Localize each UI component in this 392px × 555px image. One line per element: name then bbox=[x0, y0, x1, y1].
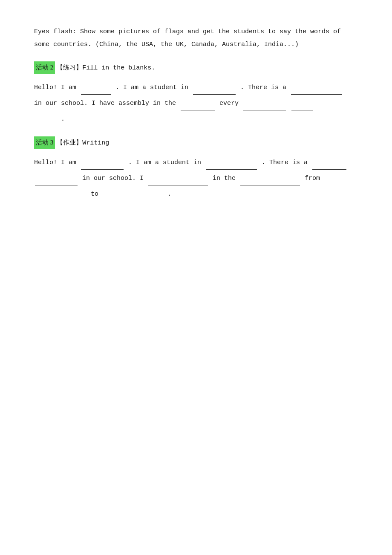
activity3-line2-pre: in our school. I bbox=[82, 175, 147, 182]
activity2-line2: in our school. I have assembly in the ev… bbox=[34, 96, 358, 110]
activity3-blank3 bbox=[312, 162, 346, 170]
activity3-blank1 bbox=[81, 162, 124, 170]
intro-paragraph: Eyes flash: Show some pictures of flags … bbox=[34, 26, 358, 51]
activity3-line2-from: from bbox=[305, 175, 320, 182]
activity3-blank2 bbox=[206, 162, 257, 170]
activity2-exercise: Hello! I am . I am a student in . There … bbox=[34, 81, 358, 126]
activity2-blank6 bbox=[291, 103, 313, 110]
activity3-line1-pre: Hello! I am bbox=[34, 159, 80, 166]
activity3-line1-mid2: . There is a bbox=[262, 159, 311, 166]
activity2-line2-every: every bbox=[219, 100, 242, 107]
activity3-blank7 bbox=[35, 194, 86, 201]
activity2-line3-period: . bbox=[61, 116, 65, 123]
activity3-tag: 【作业】 bbox=[57, 137, 82, 149]
activity2-blank4 bbox=[181, 103, 215, 110]
activity3-section: 活动 3 【作业】 Writing Hello! I am . I am a s… bbox=[34, 136, 358, 201]
activity2-line1-pre: Hello! I am bbox=[34, 84, 80, 91]
activity2-line1-mid1: . I am a student in bbox=[115, 84, 192, 91]
activity2-line3: . bbox=[34, 112, 358, 126]
activity3-line1-mid1: . I am a student in bbox=[128, 159, 205, 166]
activity3-line2-in: in the bbox=[213, 175, 239, 182]
activity3-blank8 bbox=[103, 194, 163, 201]
activity2-section: 活动 2 【练习】 Fill in the blanks. Hello! I a… bbox=[34, 61, 358, 126]
intro-text: Eyes flash: Show some pictures of flags … bbox=[34, 28, 341, 48]
activity3-exercise: Hello! I am . I am a student in . There … bbox=[34, 156, 358, 201]
activity3-line3-to: to bbox=[91, 191, 102, 198]
activity3-line3-period: . bbox=[167, 191, 171, 198]
activity3-header: 活动 3 【作业】 Writing bbox=[34, 136, 358, 149]
activity2-blank2 bbox=[193, 87, 236, 95]
activity2-line1: Hello! I am . I am a student in . There … bbox=[34, 81, 358, 95]
activity3-line2: in our school. I in the from bbox=[34, 171, 358, 185]
activity3-blank4 bbox=[35, 178, 78, 185]
activity2-label: 活动 2 bbox=[34, 61, 55, 74]
activity3-blank5 bbox=[148, 178, 208, 185]
activity3-label: 活动 3 bbox=[34, 136, 55, 149]
activity3-line3: to . bbox=[34, 187, 358, 201]
activity2-tag: 【练习】 bbox=[57, 62, 82, 74]
activity3-blank6 bbox=[240, 178, 300, 185]
activity2-title: Fill in the blanks. bbox=[82, 62, 155, 74]
activity3-line1: Hello! I am . I am a student in . There … bbox=[34, 156, 358, 170]
activity2-blank3 bbox=[291, 87, 342, 95]
activity2-line1-mid2: . There is a bbox=[240, 84, 290, 91]
activity2-line2-pre: in our school. I have assembly in the bbox=[34, 100, 180, 107]
activity2-header: 活动 2 【练习】 Fill in the blanks. bbox=[34, 61, 358, 74]
activity3-title: Writing bbox=[82, 137, 109, 149]
activity2-blank7 bbox=[35, 119, 56, 126]
activity2-blank5 bbox=[243, 103, 286, 110]
activity2-blank1 bbox=[81, 87, 111, 95]
